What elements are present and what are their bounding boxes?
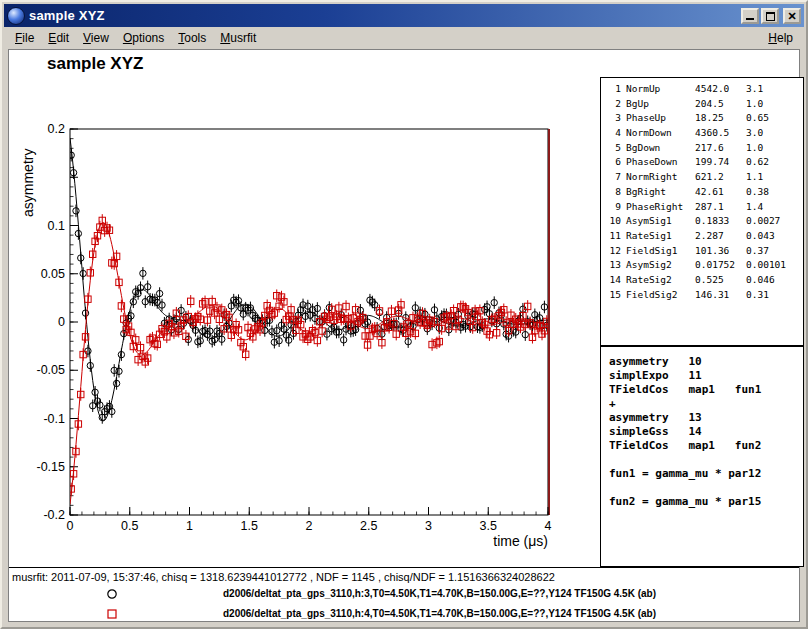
- param-value: 0.01752: [695, 258, 741, 273]
- param-row: 8BgRight42.610.38: [601, 185, 803, 200]
- param-name: PhaseUp: [626, 111, 690, 126]
- parameter-rows: 1NormUp4542.03.12BgUp204.51.03PhaseUp18.…: [601, 78, 803, 302]
- menu-item-tools[interactable]: Tools: [171, 28, 213, 48]
- param-row: 14RateSig20.5250.046: [601, 273, 803, 288]
- title-bar[interactable]: sample XYZ ✕: [4, 4, 804, 27]
- param-row: 7NormRight621.21.1: [601, 170, 803, 185]
- param-row: 5BgDown217.61.0: [601, 141, 803, 156]
- param-row: 11RateSig12.2870.043: [601, 229, 803, 244]
- param-error: 0.31: [746, 288, 803, 303]
- minimize-icon: [746, 18, 754, 20]
- x-tick-label: 1: [186, 519, 193, 533]
- menu-items-right: Help: [761, 28, 800, 48]
- theory-curve-circle: [70, 138, 548, 421]
- legend-label: d2006/deltat_pta_gps_3110,h:4,T0=4.50K,T…: [223, 608, 656, 619]
- param-no: 9: [605, 200, 621, 215]
- y-tick-label: 0: [58, 315, 65, 329]
- param-error: 1.4: [746, 200, 803, 215]
- plot-frame: [70, 129, 548, 515]
- x-tick-label: 0.5: [121, 519, 138, 533]
- theory-line: fun1 = gamma_mu * par12: [609, 467, 803, 481]
- theory-block: asymmetry 10simplExpo 11TFieldCos map1 f…: [600, 346, 804, 567]
- menu-bar: FileEditViewOptionsToolsMusrfit Help: [4, 27, 804, 48]
- theory-line: TFieldCos map1 fun1: [609, 383, 803, 397]
- legend-circle-icon: [103, 585, 121, 603]
- param-row: 9PhaseRight287.11.4: [601, 200, 803, 215]
- param-name: BgRight: [626, 185, 690, 200]
- parameter-table: 1NormUp4542.03.12BgUp204.51.03PhaseUp18.…: [600, 77, 804, 346]
- menu-item-options[interactable]: Options: [116, 28, 171, 48]
- legend-label: d2006/deltat_pta_gps_3110,h:3,T0=4.50K,T…: [223, 588, 656, 599]
- plot-svg: 0.20.10.050-0.05-0.1-0.15-0.200.511.522.…: [9, 78, 603, 552]
- theory-lines: asymmetry 10simplExpo 11TFieldCos map1 f…: [601, 347, 803, 509]
- param-row: 2BgUp204.51.0: [601, 97, 803, 112]
- theory-line: asymmetry 13: [609, 411, 803, 425]
- param-value: 101.36: [695, 244, 741, 259]
- x-axis-title: time (μs): [493, 533, 548, 549]
- minimize-button[interactable]: [741, 8, 759, 24]
- param-no: 4: [605, 126, 621, 141]
- theory-line: asymmetry 10: [609, 355, 803, 369]
- asymmetry-plot[interactable]: 0.20.10.050-0.05-0.1-0.15-0.200.511.522.…: [9, 78, 603, 552]
- param-row: 15FieldSig2146.310.31: [601, 288, 803, 303]
- param-no: 1: [605, 82, 621, 97]
- param-value: 18.25: [695, 111, 741, 126]
- menu-items-left: FileEditViewOptionsToolsMusrfit: [8, 28, 761, 48]
- param-error: 0.65: [746, 111, 803, 126]
- param-error: 1.1: [746, 170, 803, 185]
- param-row: 13AsymSig20.017520.00101: [601, 258, 803, 273]
- param-error: 3.1: [746, 82, 803, 97]
- x-tick-label: 3: [425, 519, 432, 533]
- close-button[interactable]: ✕: [783, 8, 801, 24]
- menu-item-musrfit[interactable]: Musrfit: [213, 28, 263, 48]
- param-error: 0.62: [746, 155, 803, 170]
- param-error: 0.37: [746, 244, 803, 259]
- param-name: RateSig2: [626, 273, 690, 288]
- theory-line: TFieldCos map1 fun2: [609, 439, 803, 453]
- y-tick-label: 0.1: [48, 219, 65, 233]
- param-no: 3: [605, 111, 621, 126]
- param-no: 12: [605, 244, 621, 259]
- param-value: 4360.5: [695, 126, 741, 141]
- canvas-area: sample XYZ 0.20.10.050-0.05-0.1-0.15-0.2…: [8, 49, 800, 622]
- param-name: PhaseRight: [626, 200, 690, 215]
- param-name: NormRight: [626, 170, 690, 185]
- param-no: 15: [605, 288, 621, 303]
- param-value: 0.1833: [695, 214, 741, 229]
- app-window: sample XYZ ✕ FileEditViewOptionsToolsMus…: [0, 0, 808, 629]
- param-value: 4542.0: [695, 82, 741, 97]
- param-name: BgDown: [626, 141, 690, 156]
- y-tick-label: -0.15: [37, 460, 66, 474]
- theory-line: [609, 481, 803, 495]
- maximize-button[interactable]: [761, 8, 779, 24]
- param-value: 199.74: [695, 155, 741, 170]
- param-no: 7: [605, 170, 621, 185]
- window-controls: ✕: [741, 8, 801, 24]
- param-no: 11: [605, 229, 621, 244]
- param-row: 1NormUp4542.03.1: [601, 82, 803, 97]
- y-tick-label: 0.05: [41, 267, 65, 281]
- menu-item-edit[interactable]: Edit: [41, 28, 76, 48]
- param-value: 146.31: [695, 288, 741, 303]
- status-divider: [9, 567, 799, 568]
- param-error: 0.046: [746, 273, 803, 288]
- param-error: 1.0: [746, 97, 803, 112]
- param-error: 0.043: [746, 229, 803, 244]
- param-no: 10: [605, 214, 621, 229]
- param-value: 287.1: [695, 200, 741, 215]
- menu-item-file[interactable]: File: [8, 28, 41, 48]
- theory-line: simplExpo 11: [609, 369, 803, 383]
- x-tick-label: 4: [545, 519, 552, 533]
- x-tick-label: 2: [306, 519, 313, 533]
- menu-item-view[interactable]: View: [76, 28, 116, 48]
- x-tick-label: 0: [67, 519, 74, 533]
- param-row: 10AsymSig10.18330.0027: [601, 214, 803, 229]
- param-row: 3PhaseUp18.250.65: [601, 111, 803, 126]
- y-tick-label: -0.1: [43, 412, 65, 426]
- fit-info: musrfit: 2011-07-09, 15:37:46, chisq = 1…: [12, 571, 555, 583]
- data-series: [68, 138, 550, 504]
- legend: d2006/deltat_pta_gps_3110,h:3,T0=4.50K,T…: [9, 584, 799, 624]
- canvas-title: sample XYZ: [47, 54, 143, 74]
- menu-item-help[interactable]: Help: [761, 28, 800, 48]
- param-row: 6PhaseDown199.740.62: [601, 155, 803, 170]
